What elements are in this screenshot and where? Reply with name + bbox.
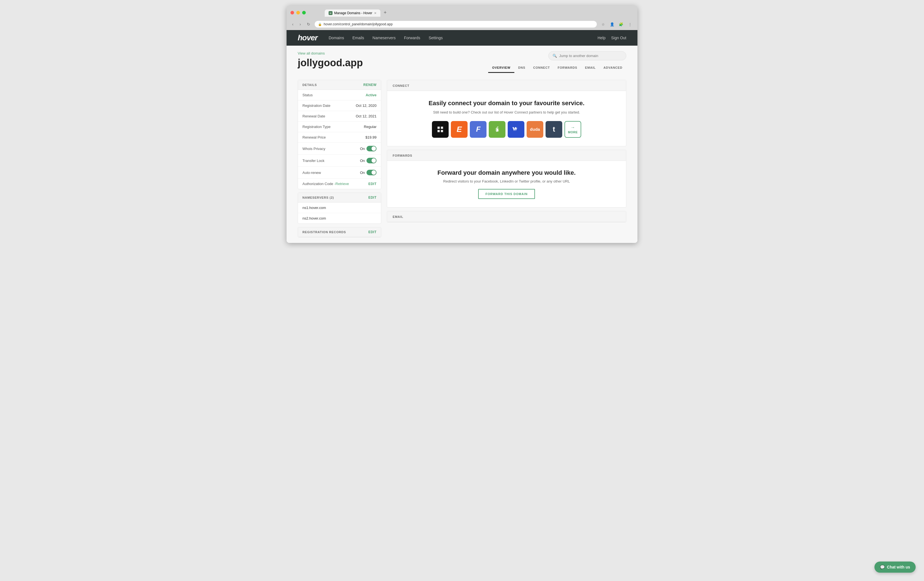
tab-dns[interactable]: DNS (514, 63, 530, 73)
renewal-date-value: Oct 12, 2021 (356, 114, 376, 118)
connect-section: CONNECT Easily connect your domain to yo… (387, 80, 626, 146)
weebly-icon[interactable]: F (470, 121, 487, 138)
left-panel: DETAILS RENEW Status Active Registration… (298, 80, 381, 237)
minimize-button[interactable] (296, 11, 300, 15)
whois-privacy-on-label: On (360, 146, 365, 151)
nav-help[interactable]: Help (597, 36, 606, 40)
view-all-domains-link[interactable]: View all domains (298, 51, 363, 55)
new-tab-button[interactable]: + (381, 8, 389, 17)
domain-tabs: OVERVIEW DNS CONNECT FORWARDS EMAIL ADVA… (488, 63, 626, 73)
transfer-lock-toggle[interactable] (366, 158, 376, 163)
registration-records-edit-button[interactable]: EDIT (368, 230, 376, 234)
renewal-date-row: Renewal Date Oct 12, 2021 (298, 111, 381, 122)
ns2-row: ns2.hover.com (298, 213, 381, 224)
squarespace-icon[interactable] (432, 121, 449, 138)
etsy-icon[interactable]: E (451, 121, 468, 138)
extension-button[interactable]: 🧩 (617, 21, 625, 28)
whois-privacy-toggle[interactable] (366, 146, 376, 151)
details-header: DETAILS RENEW (298, 80, 381, 90)
transfer-lock-row: Transfer Lock On (298, 155, 381, 167)
active-tab[interactable]: H Manage Domains - Hover ✕ (325, 10, 380, 17)
more-services-button[interactable]: → MORE (564, 121, 581, 138)
connect-subtext: Still need to build one? Check out our l… (393, 110, 620, 114)
ns2-value: ns2.hover.com (302, 216, 326, 221)
nav-right: Help Sign Out (597, 36, 626, 40)
tab-advanced[interactable]: ADVANCED (600, 63, 626, 73)
refresh-button[interactable]: ↻ (305, 21, 312, 27)
close-button[interactable] (290, 11, 294, 15)
auth-code-label: Authorization Code -Retrieve (302, 182, 349, 186)
site-logo[interactable]: hover (298, 33, 317, 42)
renewal-price-row: Renewal Price $19.99 (298, 132, 381, 143)
forwards-section-header: FORWARDS (387, 150, 626, 161)
search-icon: 🔍 (553, 54, 557, 58)
forward-button[interactable]: › (298, 21, 303, 27)
forwards-section-title: FORWARDS (393, 154, 412, 157)
registration-records-section: REGISTRATION RECORDS EDIT (298, 227, 381, 237)
tab-close-button[interactable]: ✕ (374, 12, 376, 15)
nameservers-title: NAMESERVERS (2) (302, 196, 334, 199)
renewal-date-label: Renewal Date (302, 114, 325, 118)
bookmark-button[interactable]: ☆ (600, 21, 607, 28)
nameservers-edit-button[interactable]: EDIT (368, 196, 376, 199)
svg-rect-3 (441, 130, 443, 132)
auto-renew-toggle-wrap: On (360, 170, 376, 175)
browser-tabs: H Manage Domains - Hover ✕ + (325, 8, 389, 17)
shopify-icon[interactable] (489, 121, 505, 138)
tab-forwards[interactable]: FORWARDS (554, 63, 581, 73)
nameservers-header: NAMESERVERS (2) EDIT (298, 193, 381, 202)
tumblr-icon[interactable]: t (546, 121, 562, 138)
registration-date-label: Registration Date (302, 104, 330, 108)
profile-button[interactable]: 👤 (609, 21, 616, 28)
status-value: Active (366, 93, 376, 97)
auth-code-row: Authorization Code -Retrieve Edit (298, 179, 381, 189)
forwards-heading: Forward your domain anywhere you would l… (393, 169, 620, 176)
domain-name: jollygood.app (298, 57, 363, 69)
tab-overview[interactable]: OVERVIEW (488, 63, 514, 73)
connect-section-title: CONNECT (393, 84, 409, 87)
whois-privacy-toggle-wrap: On (360, 146, 376, 151)
webflow-icon[interactable] (508, 121, 525, 138)
nav-forwards[interactable]: Forwards (404, 31, 420, 45)
tab-email[interactable]: EMAIL (581, 63, 600, 73)
transfer-lock-label: Transfer Lock (302, 159, 324, 163)
whois-privacy-label: Whois Privacy (302, 146, 325, 151)
forwards-section-body: Forward your domain anywhere you would l… (387, 161, 626, 207)
nav-nameservers[interactable]: Nameservers (373, 31, 396, 45)
back-button[interactable]: ‹ (290, 21, 295, 27)
registration-records-title: REGISTRATION RECORDS (302, 230, 346, 234)
svg-rect-1 (441, 127, 443, 129)
renew-button[interactable]: RENEW (363, 83, 376, 87)
duda-icon[interactable]: duda (526, 121, 543, 138)
nav-emails[interactable]: Emails (353, 31, 364, 45)
forward-this-domain-button[interactable]: FORWARD THIS DOMAIN (478, 189, 535, 199)
nav-domains[interactable]: Domains (328, 31, 344, 45)
tab-favicon: H (328, 11, 333, 15)
svg-rect-0 (437, 127, 440, 129)
browser-window: H Manage Domains - Hover ✕ + ‹ › ↻ 🔒 hov… (287, 6, 637, 243)
renewal-price-label: Renewal Price (302, 135, 326, 140)
registration-date-value: Oct 12, 2020 (356, 104, 376, 108)
browser-controls: H Manage Domains - Hover ✕ + (290, 8, 634, 17)
auto-renew-toggle[interactable] (366, 170, 376, 175)
registration-type-value: Regular (364, 125, 376, 129)
lock-icon: 🔒 (318, 23, 322, 26)
page-content: hover Domains Emails Nameservers Forward… (287, 30, 637, 243)
email-section-header: EMAIL (387, 211, 626, 222)
jump-search-bar[interactable]: 🔍 (548, 51, 626, 60)
svg-rect-4 (495, 128, 499, 131)
nav-settings[interactable]: Settings (429, 31, 443, 45)
svg-rect-2 (437, 130, 440, 132)
auth-code-edit[interactable]: Edit (368, 182, 376, 186)
menu-button[interactable]: ⋮ (626, 21, 634, 28)
tab-connect[interactable]: CONNECT (529, 63, 554, 73)
nameservers-section: NAMESERVERS (2) EDIT ns1.hover.com ns2.h… (298, 193, 381, 224)
connect-section-header: CONNECT (387, 80, 626, 91)
details-title: DETAILS (302, 83, 317, 87)
address-bar[interactable]: 🔒 hover.com/control_panel/domain/jollygo… (315, 21, 597, 28)
url-text: hover.com/control_panel/domain/jollygood… (323, 22, 393, 26)
jump-search-input[interactable] (559, 54, 622, 58)
nav-signout[interactable]: Sign Out (611, 36, 626, 40)
retrieve-link[interactable]: -Retrieve (334, 182, 349, 186)
maximize-button[interactable] (302, 11, 306, 15)
